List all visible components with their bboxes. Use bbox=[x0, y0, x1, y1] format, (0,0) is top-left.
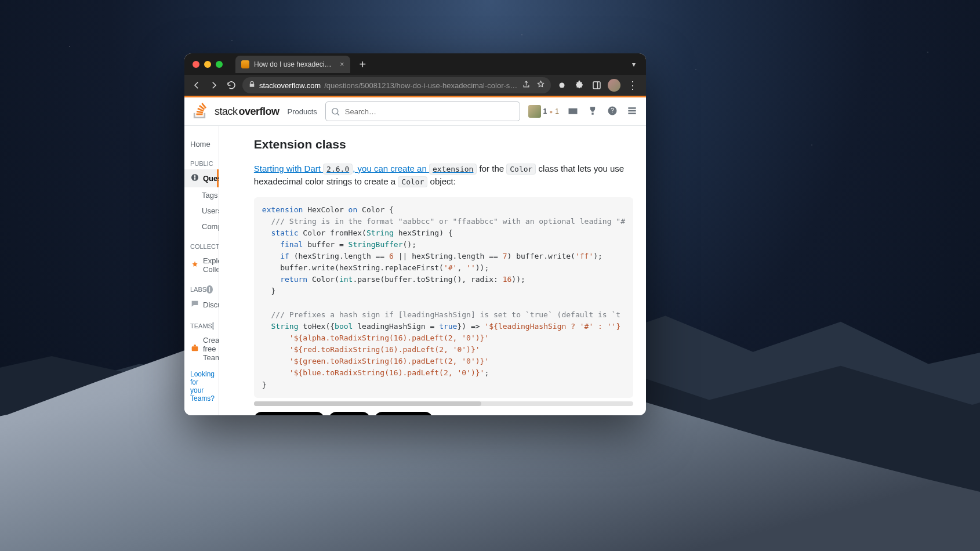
sidebar-item-create-team[interactable]: Create free Team bbox=[184, 332, 219, 365]
sidebar-item-questions[interactable]: Questions bbox=[184, 169, 219, 187]
sidebar-item-label: Explore Collectives bbox=[203, 256, 219, 274]
lock-icon bbox=[248, 81, 256, 90]
back-button[interactable] bbox=[190, 79, 203, 92]
desktop-wallpaper: How do I use hexadecimal colo × + ▾ stac… bbox=[0, 0, 980, 551]
extension-dot-icon[interactable] bbox=[556, 79, 568, 92]
sidebar-item-tags[interactable]: Tags bbox=[184, 187, 219, 203]
site-switcher-icon[interactable] bbox=[626, 105, 638, 118]
sidebar-item-label: Create free Team bbox=[203, 336, 219, 362]
search-box[interactable] bbox=[325, 102, 520, 121]
user-chip[interactable]: 1 ●1 bbox=[528, 105, 559, 118]
window-controls bbox=[193, 61, 223, 68]
extensions-row: ⋮ bbox=[556, 79, 640, 92]
profile-avatar-icon[interactable] bbox=[608, 79, 620, 92]
looking-for-teams-link[interactable]: Looking for your Teams? bbox=[184, 365, 219, 407]
svg-point-0 bbox=[560, 83, 565, 88]
svg-rect-1 bbox=[593, 82, 600, 89]
search-input[interactable] bbox=[344, 107, 515, 117]
svg-rect-11 bbox=[192, 346, 198, 351]
tabs-dropdown-button[interactable]: ▾ bbox=[626, 60, 641, 68]
svg-rect-7 bbox=[628, 107, 636, 109]
tab-title: How do I use hexadecimal colo bbox=[254, 60, 335, 68]
left-sidebar: Home PUBLIC Questions Tags Users Compani… bbox=[184, 126, 219, 415]
search-icon bbox=[331, 107, 340, 117]
chat-icon bbox=[190, 299, 199, 310]
reputation-score: 1 bbox=[543, 107, 547, 115]
dart-version-link[interactable]: Starting with Dart 2.6.0, you can create… bbox=[254, 164, 477, 173]
inline-code-color: Color bbox=[506, 164, 536, 175]
help-icon[interactable]: ? bbox=[607, 105, 618, 118]
tab-favicon bbox=[241, 60, 249, 68]
so-header: stackoverflow Products 1 ●1 ? bbox=[184, 97, 646, 126]
svg-rect-9 bbox=[628, 113, 636, 114]
sidebar-item-label: Users bbox=[202, 206, 219, 215]
info-icon[interactable]: i bbox=[212, 322, 214, 330]
sidebar-item-users[interactable]: Users bbox=[184, 203, 219, 219]
so-logo-text-1: stack bbox=[215, 106, 238, 118]
titlebar: How do I use hexadecimal colo × + ▾ bbox=[184, 53, 646, 75]
pill-label: Ask Copilot bbox=[391, 414, 427, 415]
svg-text:?: ? bbox=[611, 107, 614, 114]
bronze-badge-count: 1 bbox=[555, 107, 559, 115]
reload-button[interactable] bbox=[225, 79, 238, 92]
pill-label: Copy and Save bbox=[271, 414, 318, 415]
new-tab-button[interactable]: + bbox=[355, 59, 371, 70]
sidebar-item-label: Questions bbox=[203, 174, 219, 183]
sidebar-item-discussions[interactable]: Discussions bbox=[184, 296, 219, 314]
section-heading: Extension class bbox=[254, 135, 633, 154]
inbox-icon[interactable] bbox=[567, 105, 579, 118]
svg-point-3 bbox=[332, 108, 338, 114]
extensions-puzzle-icon[interactable] bbox=[573, 79, 586, 92]
address-bar[interactable]: stackoverflow.com/questions/50081213/how… bbox=[242, 77, 551, 93]
url-path: /questions/50081213/how-do-i-use-hexadec… bbox=[324, 81, 518, 90]
sidebar-label-labs: LABSi bbox=[184, 277, 219, 296]
bookmark-star-icon[interactable] bbox=[536, 80, 545, 90]
intro-paragraph: Starting with Dart 2.6.0, you can create… bbox=[254, 162, 633, 188]
window-close-button[interactable] bbox=[193, 61, 199, 68]
browser-window: How do I use hexadecimal colo × + ▾ stac… bbox=[184, 53, 646, 415]
svg-line-4 bbox=[337, 113, 339, 115]
ask-copilot-button[interactable]: Ask Copilot bbox=[375, 412, 433, 415]
sidebar-item-label: Companies bbox=[202, 222, 219, 231]
scrollbar-thumb[interactable] bbox=[254, 401, 481, 406]
window-zoom-button[interactable] bbox=[216, 61, 223, 68]
browser-tab[interactable]: How do I use hexadecimal colo × bbox=[235, 56, 350, 73]
page: stackoverflow Products 1 ●1 ? bbox=[184, 96, 646, 415]
tab-close-icon[interactable]: × bbox=[340, 60, 344, 68]
so-logo-icon[interactable] bbox=[193, 103, 206, 121]
browser-menu-button[interactable]: ⋮ bbox=[625, 79, 640, 92]
svg-rect-8 bbox=[628, 110, 636, 111]
team-briefcase-icon bbox=[190, 343, 199, 354]
so-body: Home PUBLIC Questions Tags Users Compani… bbox=[184, 126, 646, 415]
sidebar-label-collectives: COLLECTIVESi bbox=[184, 234, 219, 253]
bronze-badge-dot: ● bbox=[549, 108, 553, 115]
so-logo-text[interactable]: stackoverflow bbox=[215, 106, 280, 118]
info-icon[interactable]: i bbox=[206, 285, 213, 293]
sidebar-item-home[interactable]: Home bbox=[184, 136, 219, 152]
share-icon[interactable] bbox=[522, 80, 531, 90]
inline-code-color: Color bbox=[398, 176, 427, 187]
sidebar-label-teams: TEAMSi bbox=[184, 314, 219, 332]
inline-code-version: 2.6.0 bbox=[323, 164, 353, 175]
inline-code-extension: extension bbox=[429, 164, 477, 175]
answer-content[interactable]: Extension class Starting with Dart 2.6.0… bbox=[219, 126, 646, 415]
share-button[interactable]: Share bbox=[329, 412, 370, 415]
browser-toolbar: stackoverflow.com/questions/50081213/how… bbox=[184, 75, 646, 96]
forward-button[interactable] bbox=[208, 79, 220, 92]
achievements-icon[interactable] bbox=[587, 105, 598, 118]
sidebar-item-explore-collectives[interactable]: Explore Collectives bbox=[184, 253, 219, 277]
so-logo-text-2: overflow bbox=[239, 106, 280, 118]
sidebar-item-companies[interactable]: Companies bbox=[184, 219, 219, 234]
code-horizontal-scrollbar[interactable] bbox=[254, 401, 633, 406]
sidepanel-icon[interactable] bbox=[590, 79, 603, 92]
star-burst-icon bbox=[190, 260, 199, 270]
code-block-extension[interactable]: extension HexColor on Color { /// String… bbox=[254, 197, 633, 398]
pill-label: Share bbox=[346, 414, 364, 415]
url-host: stackoverflow.com bbox=[259, 81, 321, 90]
window-minimize-button[interactable] bbox=[204, 61, 211, 68]
code-action-row: Copy and Save Share Ask Copilot bbox=[254, 412, 633, 415]
copy-and-save-button[interactable]: Copy and Save bbox=[254, 412, 324, 415]
products-link[interactable]: Products bbox=[288, 107, 317, 116]
sidebar-item-label: Discussions bbox=[203, 300, 219, 309]
sidebar-item-label: Tags bbox=[202, 191, 217, 200]
